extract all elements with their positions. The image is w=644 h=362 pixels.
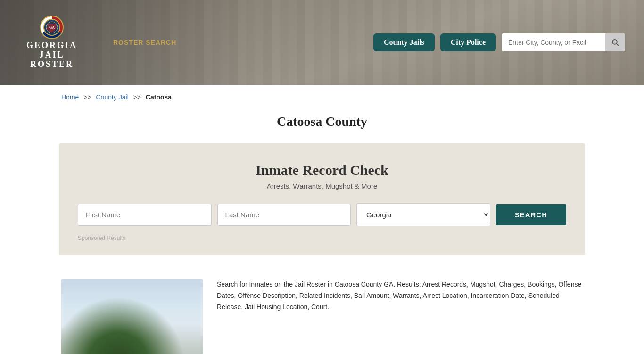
location-image-inner xyxy=(61,279,203,354)
breadcrumb-county-jail[interactable]: County Jail xyxy=(96,93,129,101)
breadcrumb: Home >> County Jail >> Catoosa xyxy=(0,85,644,109)
header-search-bar xyxy=(502,33,625,51)
logo-georgia: GEORGIA xyxy=(26,41,77,50)
page-title-area: Catoosa County xyxy=(0,109,644,143)
svg-line-5 xyxy=(617,44,619,46)
location-image xyxy=(61,279,203,354)
breadcrumb-current: Catoosa xyxy=(146,93,172,101)
page-title: Catoosa County xyxy=(0,114,644,129)
state-seal-icon: GA xyxy=(40,16,64,39)
county-jails-button[interactable]: County Jails xyxy=(373,33,435,51)
record-search-button[interactable]: SEARCH xyxy=(496,204,566,225)
breadcrumb-home[interactable]: Home xyxy=(61,93,79,101)
last-name-input[interactable] xyxy=(217,204,351,226)
site-header: GA GEORGIA JAIL ROSTER ROSTER SEARCH Cou… xyxy=(0,0,644,85)
header-right: County Jails City Police xyxy=(373,33,625,51)
state-select[interactable]: AlabamaAlaskaArizonaArkansasCaliforniaCo… xyxy=(356,203,490,226)
site-logo[interactable]: GA GEORGIA JAIL ROSTER xyxy=(19,16,85,69)
sponsored-label: Sponsored Results xyxy=(78,235,566,241)
record-check-title: Inmate Record Check xyxy=(78,162,566,178)
breadcrumb-sep-2: >> xyxy=(133,93,141,101)
logo-jail: JAIL xyxy=(39,50,64,60)
record-check-form: AlabamaAlaskaArizonaArkansasCaliforniaCo… xyxy=(78,203,566,226)
logo-roster: ROSTER xyxy=(30,60,74,69)
roster-search-link[interactable]: ROSTER SEARCH xyxy=(113,39,176,46)
search-icon xyxy=(611,38,619,47)
county-description: Search for Inmates on the Jail Roster in… xyxy=(217,279,583,313)
breadcrumb-sep-1: >> xyxy=(83,93,91,101)
header-search-input[interactable] xyxy=(502,34,605,51)
bottom-section: Search for Inmates on the Jail Roster in… xyxy=(0,270,644,362)
header-search-button[interactable] xyxy=(605,33,625,51)
record-check-subtitle: Arrests, Warrants, Mugshot & More xyxy=(78,182,566,190)
svg-point-4 xyxy=(612,40,617,44)
inmate-record-check-section: Inmate Record Check Arrests, Warrants, M… xyxy=(59,143,585,255)
svg-text:GA: GA xyxy=(49,25,55,30)
main-nav: ROSTER SEARCH xyxy=(113,39,176,46)
first-name-input[interactable] xyxy=(78,204,212,226)
city-police-button[interactable]: City Police xyxy=(440,33,496,51)
